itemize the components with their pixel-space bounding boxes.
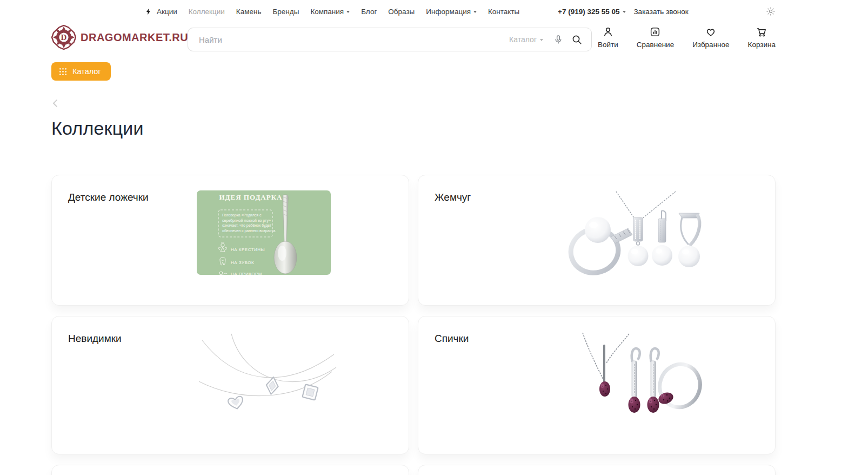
compare-icon (649, 26, 661, 38)
chevron-down-icon (623, 11, 626, 13)
nav-item-blog[interactable]: Блог (361, 8, 377, 16)
pearl-ring (566, 217, 632, 277)
nav-item-kontakty[interactable]: Контакты (488, 8, 519, 16)
top-bar: Акции Коллекции Камень Бренды Компания Б… (51, 0, 776, 23)
nav-item-brendy[interactable]: Бренды (272, 8, 299, 16)
collection-title: Детские ложечки (68, 192, 149, 203)
compare-button[interactable]: Сравнение (637, 26, 674, 49)
chevron-down-icon (473, 11, 477, 13)
lightning-icon (145, 8, 152, 16)
collection-title: Жемчуг (435, 192, 471, 203)
match-earring-right (647, 348, 659, 413)
pearl-earring-right (678, 213, 700, 267)
svg-text:означает, что ребёнок будет: означает, что ребёнок будет (222, 223, 272, 228)
collection-card-partial[interactable] (418, 465, 776, 475)
spoon-gift-banner-image: ИДЕЯ ПОДАРКА Поговорка «Родился с серебр… (197, 190, 331, 277)
pearl-jewelry-image (563, 190, 704, 279)
nav-item-kollekcii[interactable]: Коллекции (189, 8, 225, 16)
svg-text:серебряной ложкой во рту»: серебряной ложкой во рту» (222, 219, 271, 223)
catalog-button[interactable]: Каталог (51, 62, 111, 81)
pearl-earring-left (652, 211, 672, 266)
heart-icon (705, 26, 717, 38)
magnifier-icon[interactable] (571, 34, 583, 45)
heart-pendant (228, 396, 244, 411)
login-button[interactable]: Войти (598, 26, 618, 49)
match-jewelry-image (563, 333, 704, 421)
phone-number[interactable]: +7 (919) 325 55 05 (558, 8, 626, 16)
collection-card-spoons[interactable]: Детские ложечки ИДЕЯ ПОДАРКА Поговорка «… (51, 175, 409, 306)
match-ring (654, 359, 704, 413)
svg-text:D: D (61, 33, 67, 42)
nav-item-akcii[interactable]: Акции (157, 8, 177, 16)
collection-card-invisible[interactable]: Невидимки (51, 316, 409, 454)
page-title: Коллекции (51, 118, 776, 139)
logo-ornament-icon: D (51, 25, 76, 50)
nav-item-obrazy[interactable]: Образы (388, 8, 415, 16)
logo[interactable]: D DRAGOMARKET.RU (51, 25, 188, 50)
sun-icon[interactable] (766, 6, 776, 16)
site-header: D DRAGOMARKET.RU Каталог Войти (51, 23, 776, 57)
logo-text: DRAGOMARKET.RU (81, 31, 188, 44)
search-category-select[interactable]: Каталог (509, 35, 543, 44)
collection-title: Спички (435, 333, 469, 345)
chevron-down-icon (346, 11, 350, 13)
square-pendant (302, 384, 318, 400)
collection-card-pearls[interactable]: Жемчуг (418, 175, 776, 306)
microphone-icon[interactable] (553, 34, 564, 45)
search-bar: Каталог (188, 28, 592, 51)
svg-text:НА ПРИКОРМ: НА ПРИКОРМ (231, 272, 262, 275)
match-earring-left (629, 348, 640, 413)
header-actions: Войти Сравнение Избранное Корзина (598, 26, 776, 49)
svg-text:НА ЗУБОК: НА ЗУБОК (231, 260, 254, 265)
nav-item-kompaniya[interactable]: Компания (310, 8, 350, 16)
nav-item-informaciya[interactable]: Информация (426, 8, 477, 16)
collection-card-partial[interactable] (51, 465, 409, 475)
collections-grid: Детские ложечки ИДЕЯ ПОДАРКА Поговорка «… (51, 175, 776, 475)
user-icon (602, 26, 614, 38)
back-button[interactable] (51, 97, 63, 109)
search-input[interactable] (199, 35, 509, 44)
svg-text:НА КРЕСТИНЫ: НА КРЕСТИНЫ (231, 247, 265, 252)
svg-text:обеспечен с раннего возраста.: обеспечен с раннего возраста. (222, 229, 276, 233)
match-pendant (583, 333, 629, 397)
collection-card-matches[interactable]: Спички (418, 316, 776, 454)
rhombus-pendant (265, 377, 279, 395)
cart-icon (756, 26, 767, 38)
dots-grid-icon (59, 68, 67, 76)
nav-item-kamen[interactable]: Камень (236, 8, 262, 16)
cart-button[interactable]: Корзина (748, 26, 776, 49)
favorites-button[interactable]: Избранное (692, 26, 729, 49)
svg-text:ИДЕЯ ПОДАРКА: ИДЕЯ ПОДАРКА (219, 193, 282, 201)
chevron-down-icon (540, 39, 543, 41)
svg-text:Поговорка «Родился с: Поговорка «Родился с (222, 213, 262, 217)
invisible-necklaces-image (197, 333, 337, 421)
collection-title: Невидимки (68, 333, 122, 345)
main-nav: Акции Коллекции Камень Бренды Компания Б… (145, 0, 519, 23)
callback-link[interactable]: Заказать звонок (633, 8, 688, 16)
chevron-left-icon (51, 98, 59, 108)
